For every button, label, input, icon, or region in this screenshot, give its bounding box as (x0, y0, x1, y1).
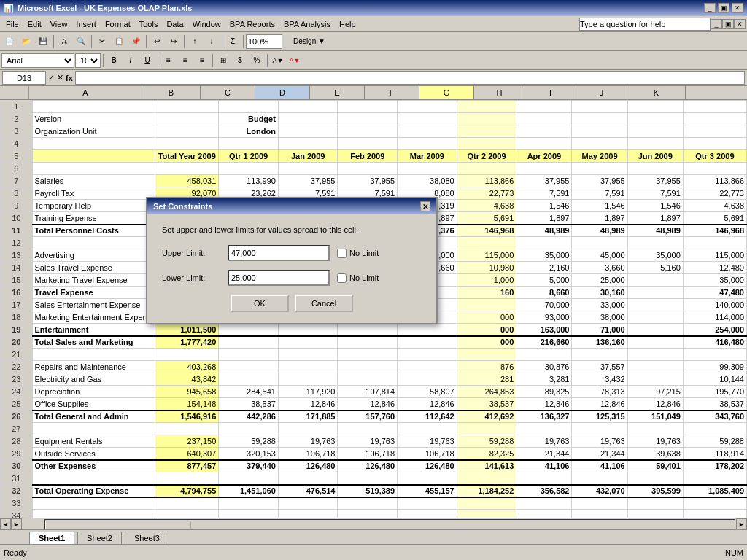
menu-insert[interactable]: Insert (71, 18, 101, 30)
undo-button[interactable]: ↩ (149, 34, 165, 50)
print-button[interactable]: 🖨 (56, 34, 72, 50)
col-header-h[interactable]: H (474, 86, 525, 99)
menu-bpa-reports[interactable]: BPA Reports (225, 18, 279, 30)
col-header-e[interactable]: E (310, 86, 365, 99)
menu-format[interactable]: Format (101, 18, 135, 30)
menu-help[interactable]: Help (335, 18, 360, 30)
col-header-g[interactable]: G (419, 86, 474, 99)
upper-no-limit-check[interactable]: No Limit (337, 249, 379, 258)
h-scrollbar-track[interactable] (44, 519, 735, 529)
restore-button[interactable]: ▣ (718, 3, 729, 13)
formula-check-icon[interactable]: ✓ (48, 73, 55, 82)
cut-button[interactable]: ✂ (94, 34, 110, 50)
scroll-right-end-btn[interactable]: ► (736, 518, 747, 530)
merge-button[interactable]: ⊞ (215, 52, 231, 69)
col-header-c[interactable]: C (201, 86, 255, 99)
dialog-cancel-button[interactable]: Cancel (295, 295, 353, 312)
open-button[interactable]: 📂 (18, 34, 34, 50)
font-size-combo[interactable]: 10 (75, 53, 101, 68)
row-num-32: 32 (1, 485, 33, 497)
row-num-20: 20 (1, 336, 33, 349)
row-num-24: 24 (1, 386, 33, 398)
sort-asc-button[interactable]: ↑ (187, 34, 203, 50)
fill-color-button[interactable]: A▼ (270, 52, 286, 69)
col-header-f[interactable]: F (365, 86, 419, 99)
cell-reference-input[interactable] (2, 71, 46, 85)
align-center-button[interactable]: ≡ (177, 52, 193, 69)
h-scrollbar-thumb[interactable] (45, 521, 191, 529)
col-header-a[interactable]: A (29, 86, 142, 99)
table-row: 33 (1, 497, 747, 510)
zoom-combo[interactable] (246, 34, 282, 49)
table-row: 7 Salaries 458,031 113,990 37,955 37,955… (1, 175, 747, 187)
row-num-6: 6 (1, 163, 33, 175)
copy-button[interactable]: 📋 (111, 34, 127, 50)
upper-limit-input[interactable] (228, 245, 330, 261)
currency-button[interactable]: $ (232, 52, 248, 69)
design-button[interactable]: Design ▼ (287, 34, 331, 50)
col-header-j[interactable]: J (576, 86, 627, 99)
menu-window[interactable]: Window (188, 18, 225, 30)
font-combo[interactable]: Arial (1, 53, 74, 68)
sheet-tab-2[interactable]: Sheet2 (77, 532, 122, 544)
row-num-14: 14 (1, 262, 33, 274)
help-search[interactable] (579, 18, 711, 31)
sort-desc-button[interactable]: ↓ (204, 34, 220, 50)
app-minimize[interactable]: _ (711, 19, 722, 29)
dialog-close-button[interactable]: ✕ (420, 201, 430, 211)
lower-no-limit-checkbox[interactable] (337, 273, 347, 283)
table-row: 22 Repairs and Maintenance 403,268 876 3… (1, 361, 747, 373)
col-header-k[interactable]: K (627, 86, 686, 99)
app-restore[interactable]: ▣ (722, 19, 734, 29)
align-left-button[interactable]: ≡ (160, 52, 177, 69)
lower-limit-input[interactable] (228, 270, 330, 286)
new-button[interactable]: 📄 (1, 34, 18, 50)
bold-button[interactable]: B (106, 52, 122, 69)
app-close[interactable]: ✕ (734, 19, 746, 29)
upper-limit-label: Upper Limit: (162, 249, 220, 257)
horizontal-scrollbar[interactable]: ◄ ► ► (0, 518, 747, 529)
preview-button[interactable]: 🔍 (73, 34, 89, 50)
menu-bpa-analysis[interactable]: BPA Analysis (279, 18, 335, 30)
sheet-tabs: Sheet1 Sheet2 Sheet3 (0, 529, 747, 544)
row-num-31: 31 (1, 472, 33, 485)
sep2 (91, 35, 92, 48)
align-right-button[interactable]: ≡ (194, 52, 210, 69)
dialog-description: Set upper and lower limits for values sp… (162, 225, 422, 234)
row-num-4: 4 (1, 138, 33, 150)
col-header-d[interactable]: D (255, 86, 310, 99)
scroll-right-btn[interactable]: ► (11, 518, 22, 530)
row-num-16: 16 (1, 287, 33, 299)
formula-fx-icon[interactable]: fx (66, 74, 73, 82)
save-button[interactable]: 💾 (35, 34, 51, 50)
underline-button[interactable]: U (139, 52, 155, 69)
sheet-tab-3[interactable]: Sheet3 (125, 532, 169, 544)
font-color-button[interactable]: A▼ (287, 52, 303, 69)
close-button[interactable]: ✕ (732, 3, 743, 13)
paste-button[interactable]: 📌 (128, 34, 144, 50)
menu-data[interactable]: Data (162, 18, 187, 30)
dialog-ok-button[interactable]: OK (231, 295, 289, 312)
col-header-i[interactable]: I (525, 86, 576, 99)
col-header-b[interactable]: B (142, 86, 201, 99)
menu-view[interactable]: View (46, 18, 72, 30)
formula-input[interactable]: =MPCData("Expenses","[VER_000E]",$B$2,"[… (75, 71, 745, 85)
row-num-10: 10 (1, 212, 33, 225)
italic-button[interactable]: I (123, 52, 139, 69)
row-num-33: 33 (1, 497, 33, 510)
upper-limit-row: Upper Limit: No Limit (162, 245, 422, 261)
table-row: 30 Other Expenses 877,457 379,440 126,48… (1, 460, 747, 472)
formula-cancel-icon[interactable]: ✕ (57, 73, 63, 82)
sheet-tab-1[interactable]: Sheet1 (29, 532, 74, 544)
lower-no-limit-check[interactable]: No Limit (337, 273, 379, 283)
percent-button[interactable]: % (249, 52, 265, 69)
redo-button[interactable]: ↪ (166, 34, 182, 50)
menu-tools[interactable]: Tools (135, 18, 163, 30)
menu-edit[interactable]: Edit (23, 18, 46, 30)
scroll-left-btn[interactable]: ◄ (0, 518, 11, 530)
minimize-button[interactable]: _ (704, 3, 716, 13)
upper-no-limit-checkbox[interactable] (337, 249, 347, 258)
menu-file[interactable]: File (1, 18, 23, 30)
sep5 (222, 35, 222, 48)
sum-button[interactable]: Σ (225, 34, 241, 50)
